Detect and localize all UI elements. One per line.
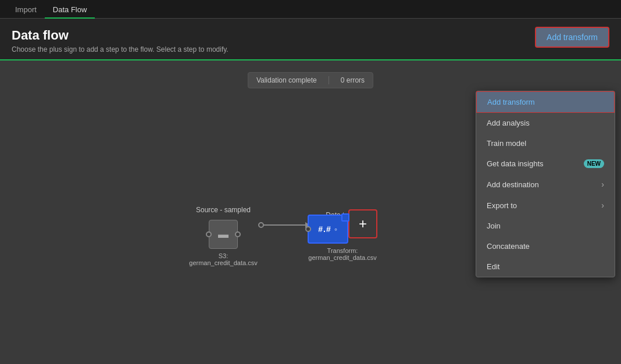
dropdown-menu: Add transform Add analysis Train model G… (476, 91, 615, 277)
dropdown-item-join[interactable]: Join (476, 216, 615, 236)
add-step-node[interactable]: + (348, 209, 377, 238)
dropdown-item-add-destination[interactable]: Add destination › (476, 174, 615, 195)
source-node-sublabel: S3: german_credit_data.csv (185, 252, 261, 266)
chevron-right-icon-destination: › (601, 180, 604, 189)
add-transform-button[interactable]: Add transform (535, 27, 609, 48)
page-title: Data flow (12, 28, 609, 43)
source-connector-right (235, 231, 241, 237)
validation-status: Validation complete (256, 76, 317, 84)
datatypes-connector-left (305, 226, 311, 232)
node-pair: #.# ◦ + (308, 215, 377, 244)
datatypes-sublabel-group: Transform: german_credit_data.csv (308, 247, 376, 261)
new-badge: NEW (584, 159, 604, 168)
dropdown-item-edit[interactable]: Edit (476, 256, 615, 277)
validation-errors: 0 errors (341, 76, 365, 84)
chevron-right-icon-export: › (601, 201, 604, 210)
datatypes-text: #.# ◦ (318, 224, 337, 234)
datatypes-sublabel-1: Transform: (327, 247, 358, 254)
dropdown-item-export-to[interactable]: Export to › (476, 195, 615, 216)
main-content: Validation complete 0 errors Source - sa… (0, 60, 621, 364)
datatypes-sublabel-2: german_credit_data.csv (308, 254, 376, 261)
source-node-label: Source - sampled (196, 206, 251, 214)
tab-import[interactable]: Import (7, 2, 45, 19)
datatypes-corner-badge (341, 213, 349, 222)
get-data-insights-label: Get data insights (487, 159, 544, 168)
source-node[interactable]: ▬ (209, 220, 238, 249)
dropdown-item-get-data-insights[interactable]: Get data insights NEW (476, 154, 615, 174)
export-to-label: Export to (487, 201, 517, 210)
flow-arrow-1 (261, 224, 308, 226)
datatypes-node[interactable]: #.# ◦ (308, 215, 348, 244)
dropdown-item-add-transform[interactable]: Add transform (476, 91, 615, 113)
source-connector-left (206, 231, 212, 237)
validation-bar: Validation complete 0 errors (248, 72, 373, 88)
source-node-group: Source - sampled ▬ S3: german_credit_dat… (185, 206, 261, 266)
dropdown-item-concatenate[interactable]: Concatenate (476, 236, 615, 256)
validation-divider (329, 76, 329, 84)
header-right: Add transform (535, 27, 609, 48)
page-header: Data flow Choose the plus sign to add a … (0, 19, 621, 60)
page-subtitle: Choose the plus sign to add a step to th… (12, 45, 609, 53)
document-icon: ▬ (218, 229, 229, 241)
tab-dataflow[interactable]: Data Flow (45, 2, 95, 19)
datatypes-node-group: Data types #.# ◦ + Transform: german_cre… (308, 211, 377, 261)
dropdown-item-add-analysis[interactable]: Add analysis (476, 113, 615, 133)
dropdown-item-train-model[interactable]: Train model (476, 133, 615, 154)
top-nav: Import Data Flow (0, 0, 621, 19)
add-destination-label: Add destination (487, 180, 539, 189)
flow-container: Source - sampled ▬ S3: german_credit_dat… (185, 206, 377, 266)
source-row: ▬ (209, 220, 238, 249)
arrow-connector (258, 222, 264, 228)
